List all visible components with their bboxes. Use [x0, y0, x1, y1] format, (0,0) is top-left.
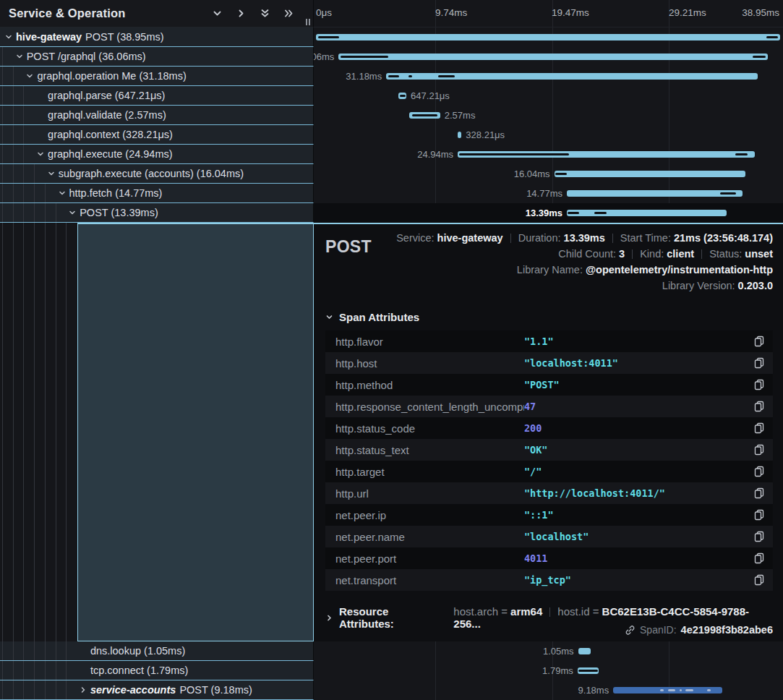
indent-guide — [2, 203, 3, 222]
span-bar[interactable] — [567, 210, 727, 216]
link-icon[interactable] — [625, 625, 636, 636]
chevron-down-icon[interactable] — [26, 72, 33, 80]
span-bar[interactable] — [458, 151, 755, 158]
span-bar[interactable] — [409, 112, 440, 119]
copy-icon[interactable] — [754, 444, 764, 456]
span-bar-notch — [594, 212, 607, 214]
span-timeline-cell[interactable]: 36.06ms — [314, 47, 783, 67]
span-bar-notch — [438, 75, 455, 77]
span-row: tcp.connect (1.79ms)1.79ms — [0, 661, 783, 680]
span-rows-bottom: dns.lookup (1.05ms)1.05mstcp.connect (1.… — [0, 641, 783, 700]
indent-guide — [45, 223, 46, 641]
copy-icon[interactable] — [754, 531, 764, 542]
span-bar[interactable] — [578, 648, 591, 654]
span-timeline-cell[interactable]: 9.18ms — [314, 680, 783, 700]
copy-icon[interactable] — [754, 336, 764, 347]
indent-guide — [34, 641, 35, 660]
span-bar[interactable] — [386, 73, 758, 80]
overview-line: Library Name: @opentelemetry/instrumenta… — [396, 262, 773, 278]
chevron-down-icon[interactable] — [69, 209, 76, 216]
copy-icon[interactable] — [754, 487, 764, 499]
span-bar[interactable] — [338, 54, 768, 60]
span-attributes-toggle[interactable]: Span Attributes — [325, 311, 773, 323]
copy-icon[interactable] — [754, 379, 764, 390]
span-bar[interactable] — [567, 190, 743, 197]
attribute-row: http.host"localhost:4011" — [325, 352, 773, 374]
copy-icon[interactable] — [754, 509, 764, 521]
span-timeline-cell[interactable]: 14.77ms — [314, 184, 783, 203]
span-name-label: tcp.connect (1.79ms) — [90, 665, 188, 676]
indent-guide — [34, 661, 35, 680]
indent-guide — [23, 125, 24, 144]
span-bar[interactable] — [578, 667, 599, 674]
span-name-cell[interactable]: hive-gatewayPOST (38.95ms) — [0, 27, 314, 47]
span-duration-label: 328.21μs — [466, 129, 505, 140]
span-name-cell[interactable]: graphql.execute (24.94ms) — [0, 145, 314, 164]
field-divider — [612, 234, 613, 243]
span-bar[interactable] — [458, 132, 461, 138]
span-row: graphql.parse (647.21μs)647.21μs — [0, 86, 783, 106]
span-timeline-cell[interactable]: 1.05ms — [314, 641, 783, 661]
copy-icon[interactable] — [754, 422, 764, 434]
span-name-cell[interactable]: subgraph.execute (accounts) (16.04ms) — [0, 164, 314, 184]
span-name-cell[interactable]: dns.lookup (1.05ms) — [0, 641, 314, 661]
span-name-cell[interactable]: service-accountsPOST (9.18ms) — [0, 680, 314, 700]
service-name: service-accounts — [90, 684, 176, 696]
span-bar[interactable] — [555, 171, 745, 177]
chevron-down-icon[interactable] — [48, 170, 55, 177]
axis-tick-label: 0μs — [316, 7, 332, 18]
column-resizer-grip[interactable] — [306, 19, 310, 25]
span-bar-notch — [668, 689, 676, 691]
field-value: 3 — [619, 248, 625, 260]
indent-guide — [23, 106, 24, 124]
copy-icon[interactable] — [754, 552, 764, 564]
copy-icon[interactable] — [754, 574, 764, 586]
span-name-cell[interactable]: http.fetch (14.77ms) — [0, 184, 314, 203]
span-id-value: 4e21998f3b82abe6 — [681, 624, 773, 636]
indent-guide — [2, 164, 3, 183]
span-timeline-cell[interactable]: 13.39ms — [314, 203, 783, 223]
collapse-all-icon[interactable] — [283, 8, 294, 19]
span-name-cell[interactable]: tcp.connect (1.79ms) — [0, 661, 314, 680]
span-name-label: POST /graphql (36.06ms) — [27, 51, 146, 62]
chevron-down-icon[interactable] — [59, 189, 66, 197]
span-timeline-cell[interactable]: 328.21μs — [314, 125, 783, 145]
span-timeline-cell[interactable]: 38.95ms — [314, 27, 783, 47]
collapse-one-icon[interactable] — [212, 8, 223, 19]
span-name-cell[interactable]: graphql.operation Me (31.18ms) — [0, 67, 314, 86]
span-name-cell[interactable]: POST (13.39ms) — [0, 203, 314, 223]
indent-guide — [56, 223, 56, 641]
copy-icon[interactable] — [754, 357, 764, 369]
attribute-row: http.status_text"OK" — [325, 439, 773, 461]
indent-guide — [23, 661, 24, 680]
span-timeline-cell[interactable]: 24.94ms — [314, 145, 783, 164]
copy-icon[interactable] — [754, 401, 764, 412]
span-timeline-cell[interactable]: 647.21μs — [314, 86, 783, 106]
span-name-cell[interactable]: graphql.validate (2.57ms) — [0, 106, 314, 125]
chevron-down-icon[interactable] — [16, 53, 23, 60]
indent-guide — [45, 641, 46, 660]
span-bar[interactable] — [613, 687, 722, 693]
span-timeline-cell[interactable]: 2.57ms — [314, 106, 783, 125]
span-name-cell[interactable]: graphql.context (328.21μs) — [0, 125, 314, 145]
attribute-row: net.transport"ip_tcp" — [325, 569, 773, 591]
span-timeline-cell[interactable]: 16.04ms — [314, 164, 783, 184]
span-bar[interactable] — [398, 93, 406, 99]
chevron-down-icon[interactable] — [37, 150, 44, 158]
copy-icon[interactable] — [754, 466, 764, 477]
span-bar[interactable] — [316, 34, 780, 40]
span-name-cell[interactable]: graphql.parse (647.21μs) — [0, 86, 314, 106]
span-timeline-cell[interactable]: 31.18ms — [314, 67, 783, 86]
chevron-down-icon[interactable] — [5, 33, 12, 40]
expand-one-icon[interactable] — [236, 8, 247, 19]
indent-guide — [56, 641, 56, 660]
span-timeline-cell[interactable]: 1.79ms — [314, 661, 783, 680]
indent-guide — [66, 680, 67, 699]
selected-span-region[interactable] — [77, 223, 314, 641]
expand-all-icon[interactable] — [260, 8, 270, 19]
indent-guide — [34, 203, 35, 222]
attribute-value: "localhost:4011" — [524, 357, 754, 369]
span-name-cell[interactable]: POST /graphql (36.06ms) — [0, 47, 314, 67]
chevron-right-icon[interactable] — [80, 686, 87, 693]
span-detail-panel: POST Service: hive-gatewayDuration: 13.3… — [314, 223, 783, 641]
